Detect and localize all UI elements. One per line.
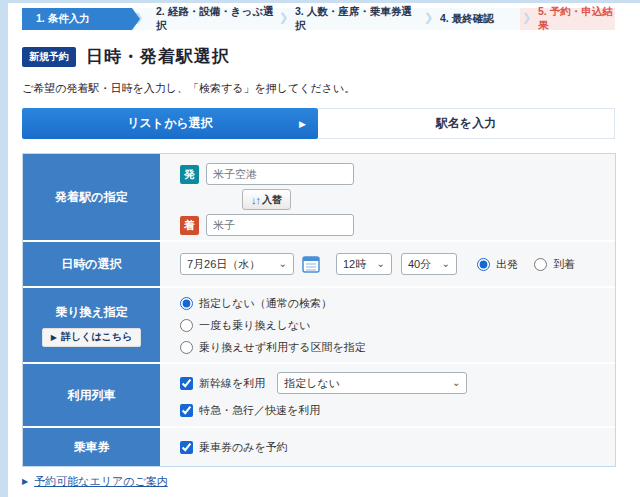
step-4-confirm: ❯ 4. 最終確認 <box>422 8 520 30</box>
transfer-row: 乗り換え指定 ▶ 詳しくはこちら 指定しない（通常の検索） 一度も乗り換えしない <box>23 288 615 362</box>
tab-select-from-list[interactable]: リストから選択 ▶ <box>22 108 318 139</box>
page-title: 日時・発着駅選択 <box>86 45 230 68</box>
step-separator-icon: ❯ <box>279 11 288 24</box>
minute-select[interactable]: 40分 ⌄ <box>401 253 457 275</box>
step-2-route: ❯ 2. 経路・設備・きっぷ選択 <box>132 8 277 30</box>
datetime-row-label: 日時の選択 <box>23 242 160 286</box>
train-row-label: 利用列車 <box>23 364 160 426</box>
swap-arrows-icon: ↓↑ <box>251 194 260 206</box>
transfer-option-none[interactable]: 指定しない（通常の検索） <box>180 296 615 311</box>
step-label: 1. 条件入力 <box>36 12 90 26</box>
swap-stations-button[interactable]: ↓↑ 入替 <box>242 189 291 210</box>
transfer-option-no-transfer[interactable]: 一度も乗り換えしない <box>180 318 615 333</box>
area-guide: ▶ 予約可能なエリアのご案内 <box>22 474 168 489</box>
new-reservation-badge: 新規予約 <box>22 47 76 67</box>
arrow-right-icon: ▶ <box>51 333 57 342</box>
ticket-only-checkbox[interactable]: 乗車券のみを予約 <box>180 440 288 455</box>
departure-station-input[interactable] <box>206 163 354 185</box>
step-nav: 1. 条件入力 ❯ 2. 経路・設備・きっぷ選択 ❯ 3. 人数・座席・乗車券選… <box>22 8 615 30</box>
arrival-badge: 着 <box>180 216 199 235</box>
reservable-area-link[interactable]: 予約可能なエリアのご案内 <box>34 474 168 489</box>
step-separator-icon: ❯ <box>424 11 433 24</box>
transfer-details-button[interactable]: ▶ 詳しくはこちら <box>42 328 142 347</box>
chevron-down-icon: ⌄ <box>279 261 287 267</box>
ticket-row-label: 乗車券 <box>23 428 160 466</box>
arrival-station-input[interactable] <box>206 214 354 236</box>
date-select[interactable]: 7月26日（水） ⌄ <box>180 253 294 275</box>
search-condition-form: 発着駅の指定 発 ↓↑ 入替 着 <box>22 153 616 467</box>
step-label: 4. 最終確認 <box>440 12 494 26</box>
instruction-text: ご希望の発着駅・日時を入力し、「検索する」を押してください。 <box>22 81 355 96</box>
chevron-down-icon: ⌄ <box>442 261 450 267</box>
ticket-row: 乗車券 乗車券のみを予約 <box>23 428 615 466</box>
step-label: 5. 予約・申込結果 <box>538 5 615 33</box>
transfer-option-section[interactable]: 乗り換えせず利用する区間を指定 <box>180 340 615 355</box>
calendar-icon[interactable] <box>302 255 320 273</box>
page-header: 新規予約 日時・発着駅選択 <box>22 45 230 68</box>
departure-time-radio[interactable]: 出発 <box>477 257 518 272</box>
tab-label: 駅名を入力 <box>436 115 496 132</box>
step-label: 3. 人数・座席・乗車券選択 <box>295 5 422 33</box>
arrow-right-icon: ▶ <box>22 477 28 486</box>
step-separator-icon: ❯ <box>522 11 531 24</box>
train-row: 利用列車 新幹線を利用 指定しない ⌄ <box>23 364 615 426</box>
chevron-down-icon: ⌄ <box>377 261 385 267</box>
datetime-row: 日時の選択 7月26日（水） ⌄ <box>23 242 615 286</box>
step-label: 2. 経路・設備・きっぷ選択 <box>156 5 277 33</box>
step-3-seats: ❯ 3. 人数・座席・乗車券選択 <box>277 8 422 30</box>
shinkansen-checkbox[interactable]: 新幹線を利用 <box>180 376 265 391</box>
step-5-result: ❯ 5. 予約・申込結果 <box>520 8 615 30</box>
transfer-row-label: 乗り換え指定 ▶ 詳しくはこちら <box>23 288 160 362</box>
content-area: 1. 条件入力 ❯ 2. 経路・設備・きっぷ選択 ❯ 3. 人数・座席・乗車券選… <box>8 3 640 497</box>
arrival-time-radio[interactable]: 到着 <box>534 257 575 272</box>
tab-label: リストから選択 <box>127 115 212 132</box>
shinkansen-select[interactable]: 指定しない ⌄ <box>277 372 467 394</box>
arrow-right-icon: ▶ <box>299 119 306 129</box>
hour-select[interactable]: 12時 ⌄ <box>336 253 392 275</box>
chevron-down-icon: ⌄ <box>452 380 460 386</box>
station-input-tabs: リストから選択 ▶ 駅名を入力 <box>22 108 615 139</box>
tab-enter-station-name[interactable]: 駅名を入力 <box>318 108 615 139</box>
station-row: 発着駅の指定 発 ↓↑ 入替 着 <box>23 154 615 240</box>
express-checkbox[interactable]: 特急・急行／快速を利用 <box>180 403 615 418</box>
station-row-label: 発着駅の指定 <box>23 154 160 240</box>
departure-badge: 発 <box>180 165 199 184</box>
step-1-conditions: 1. 条件入力 <box>22 8 132 30</box>
page: 1. 条件入力 ❯ 2. 経路・設備・きっぷ選択 ❯ 3. 人数・座席・乗車券選… <box>0 0 640 497</box>
